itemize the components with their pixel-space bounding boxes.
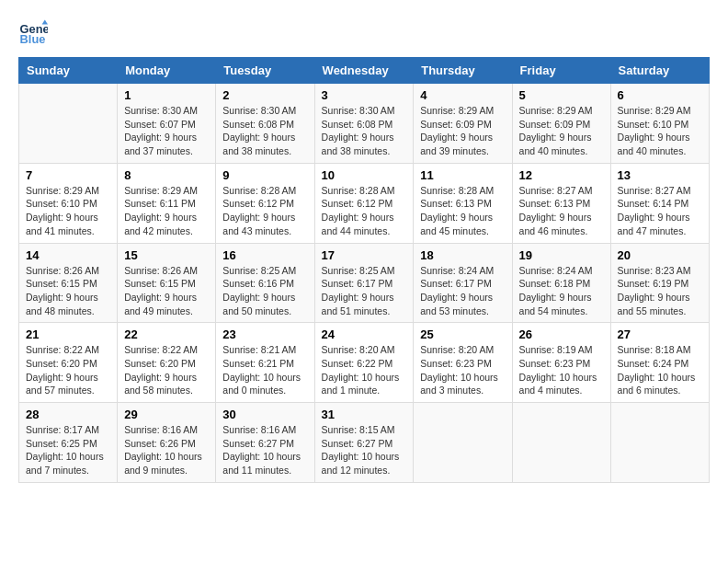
day-info: Sunrise: 8:27 AM Sunset: 6:14 PM Dayligh… [618, 184, 702, 238]
day-number: 8 [124, 168, 209, 182]
day-number: 23 [222, 327, 307, 341]
day-number: 5 [519, 88, 604, 102]
weekday-header-row: SundayMondayTuesdayWednesdayThursdayFrid… [19, 58, 710, 84]
day-info: Sunrise: 8:29 AM Sunset: 6:10 PM Dayligh… [26, 184, 110, 238]
calendar-cell [414, 403, 512, 483]
calendar-cell: 27Sunrise: 8:18 AM Sunset: 6:24 PM Dayli… [610, 323, 709, 403]
calendar-cell: 26Sunrise: 8:19 AM Sunset: 6:23 PM Dayli… [512, 323, 610, 403]
day-info: Sunrise: 8:16 AM Sunset: 6:27 PM Dayligh… [222, 423, 307, 477]
day-number: 14 [26, 248, 110, 262]
day-number: 3 [322, 88, 407, 102]
calendar-cell [19, 84, 118, 164]
header: General Blue [18, 18, 710, 48]
day-number: 12 [519, 168, 604, 182]
calendar-cell: 31Sunrise: 8:15 AM Sunset: 6:27 PM Dayli… [314, 403, 414, 483]
logo: General Blue [18, 18, 51, 48]
day-number: 15 [124, 248, 209, 262]
weekday-header-saturday: Saturday [610, 58, 709, 84]
calendar-cell: 6Sunrise: 8:29 AM Sunset: 6:10 PM Daylig… [610, 84, 709, 164]
day-number: 1 [124, 88, 209, 102]
day-info: Sunrise: 8:18 AM Sunset: 6:24 PM Dayligh… [618, 343, 702, 397]
calendar-cell: 13Sunrise: 8:27 AM Sunset: 6:14 PM Dayli… [610, 163, 709, 243]
day-info: Sunrise: 8:24 AM Sunset: 6:17 PM Dayligh… [420, 264, 505, 318]
day-number: 16 [222, 248, 307, 262]
calendar-cell: 25Sunrise: 8:20 AM Sunset: 6:23 PM Dayli… [414, 323, 512, 403]
day-number: 17 [322, 248, 407, 262]
day-number: 19 [519, 248, 604, 262]
day-info: Sunrise: 8:28 AM Sunset: 6:12 PM Dayligh… [222, 184, 307, 238]
logo-icon: General Blue [18, 18, 48, 48]
weekday-header-sunday: Sunday [19, 58, 118, 84]
day-info: Sunrise: 8:30 AM Sunset: 6:08 PM Dayligh… [222, 104, 307, 158]
day-number: 7 [26, 168, 110, 182]
day-info: Sunrise: 8:16 AM Sunset: 6:26 PM Dayligh… [124, 423, 209, 477]
svg-text:Blue: Blue [20, 32, 46, 46]
day-number: 10 [322, 168, 407, 182]
calendar-cell: 8Sunrise: 8:29 AM Sunset: 6:11 PM Daylig… [118, 163, 216, 243]
calendar-cell: 24Sunrise: 8:20 AM Sunset: 6:22 PM Dayli… [314, 323, 414, 403]
weekday-header-wednesday: Wednesday [314, 58, 414, 84]
day-info: Sunrise: 8:29 AM Sunset: 6:09 PM Dayligh… [519, 104, 604, 158]
day-info: Sunrise: 8:15 AM Sunset: 6:27 PM Dayligh… [322, 423, 407, 477]
calendar-cell: 19Sunrise: 8:24 AM Sunset: 6:18 PM Dayli… [512, 243, 610, 323]
calendar-week-row: 21Sunrise: 8:22 AM Sunset: 6:20 PM Dayli… [19, 323, 710, 403]
day-number: 28 [26, 408, 110, 421]
day-number: 30 [222, 408, 307, 421]
day-info: Sunrise: 8:20 AM Sunset: 6:23 PM Dayligh… [420, 343, 505, 397]
calendar-cell: 14Sunrise: 8:26 AM Sunset: 6:15 PM Dayli… [19, 243, 118, 323]
calendar-cell: 22Sunrise: 8:22 AM Sunset: 6:20 PM Dayli… [118, 323, 216, 403]
day-number: 18 [420, 248, 505, 262]
calendar-cell: 21Sunrise: 8:22 AM Sunset: 6:20 PM Dayli… [19, 323, 118, 403]
day-info: Sunrise: 8:29 AM Sunset: 6:11 PM Dayligh… [124, 184, 209, 238]
calendar: SundayMondayTuesdayWednesdayThursdayFrid… [18, 57, 710, 483]
day-number: 31 [322, 408, 407, 421]
weekday-header-monday: Monday [118, 58, 216, 84]
day-info: Sunrise: 8:20 AM Sunset: 6:22 PM Dayligh… [322, 343, 407, 397]
day-number: 27 [618, 327, 702, 341]
calendar-cell: 29Sunrise: 8:16 AM Sunset: 6:26 PM Dayli… [118, 403, 216, 483]
calendar-cell: 2Sunrise: 8:30 AM Sunset: 6:08 PM Daylig… [216, 84, 314, 164]
calendar-cell: 23Sunrise: 8:21 AM Sunset: 6:21 PM Dayli… [216, 323, 314, 403]
weekday-header-thursday: Thursday [414, 58, 512, 84]
day-info: Sunrise: 8:23 AM Sunset: 6:19 PM Dayligh… [618, 264, 702, 318]
calendar-cell: 28Sunrise: 8:17 AM Sunset: 6:25 PM Dayli… [19, 403, 118, 483]
day-info: Sunrise: 8:19 AM Sunset: 6:23 PM Dayligh… [519, 343, 604, 397]
day-info: Sunrise: 8:27 AM Sunset: 6:13 PM Dayligh… [519, 184, 604, 238]
day-number: 26 [519, 327, 604, 341]
day-info: Sunrise: 8:21 AM Sunset: 6:21 PM Dayligh… [222, 343, 307, 397]
day-info: Sunrise: 8:26 AM Sunset: 6:15 PM Dayligh… [26, 264, 110, 318]
day-number: 4 [420, 88, 505, 102]
calendar-cell: 17Sunrise: 8:25 AM Sunset: 6:17 PM Dayli… [314, 243, 414, 323]
calendar-cell: 10Sunrise: 8:28 AM Sunset: 6:12 PM Dayli… [314, 163, 414, 243]
day-info: Sunrise: 8:24 AM Sunset: 6:18 PM Dayligh… [519, 264, 604, 318]
day-number: 13 [618, 168, 702, 182]
calendar-cell: 5Sunrise: 8:29 AM Sunset: 6:09 PM Daylig… [512, 84, 610, 164]
calendar-cell [512, 403, 610, 483]
day-number: 11 [420, 168, 505, 182]
calendar-cell: 11Sunrise: 8:28 AM Sunset: 6:13 PM Dayli… [414, 163, 512, 243]
day-info: Sunrise: 8:30 AM Sunset: 6:07 PM Dayligh… [124, 104, 209, 158]
day-number: 20 [618, 248, 702, 262]
day-info: Sunrise: 8:29 AM Sunset: 6:10 PM Dayligh… [618, 104, 702, 158]
calendar-cell: 18Sunrise: 8:24 AM Sunset: 6:17 PM Dayli… [414, 243, 512, 323]
day-number: 22 [124, 327, 209, 341]
day-info: Sunrise: 8:30 AM Sunset: 6:08 PM Dayligh… [322, 104, 407, 158]
calendar-cell: 12Sunrise: 8:27 AM Sunset: 6:13 PM Dayli… [512, 163, 610, 243]
calendar-cell: 1Sunrise: 8:30 AM Sunset: 6:07 PM Daylig… [118, 84, 216, 164]
day-info: Sunrise: 8:22 AM Sunset: 6:20 PM Dayligh… [26, 343, 110, 397]
calendar-cell: 7Sunrise: 8:29 AM Sunset: 6:10 PM Daylig… [19, 163, 118, 243]
day-number: 9 [222, 168, 307, 182]
calendar-cell: 16Sunrise: 8:25 AM Sunset: 6:16 PM Dayli… [216, 243, 314, 323]
day-number: 25 [420, 327, 505, 341]
day-info: Sunrise: 8:25 AM Sunset: 6:16 PM Dayligh… [222, 264, 307, 318]
calendar-cell: 30Sunrise: 8:16 AM Sunset: 6:27 PM Dayli… [216, 403, 314, 483]
day-info: Sunrise: 8:25 AM Sunset: 6:17 PM Dayligh… [322, 264, 407, 318]
day-number: 21 [26, 327, 110, 341]
day-info: Sunrise: 8:26 AM Sunset: 6:15 PM Dayligh… [124, 264, 209, 318]
calendar-cell [610, 403, 709, 483]
calendar-week-row: 1Sunrise: 8:30 AM Sunset: 6:07 PM Daylig… [19, 84, 710, 164]
calendar-cell: 15Sunrise: 8:26 AM Sunset: 6:15 PM Dayli… [118, 243, 216, 323]
calendar-cell: 4Sunrise: 8:29 AM Sunset: 6:09 PM Daylig… [414, 84, 512, 164]
day-info: Sunrise: 8:17 AM Sunset: 6:25 PM Dayligh… [26, 423, 110, 477]
day-info: Sunrise: 8:29 AM Sunset: 6:09 PM Dayligh… [420, 104, 505, 158]
